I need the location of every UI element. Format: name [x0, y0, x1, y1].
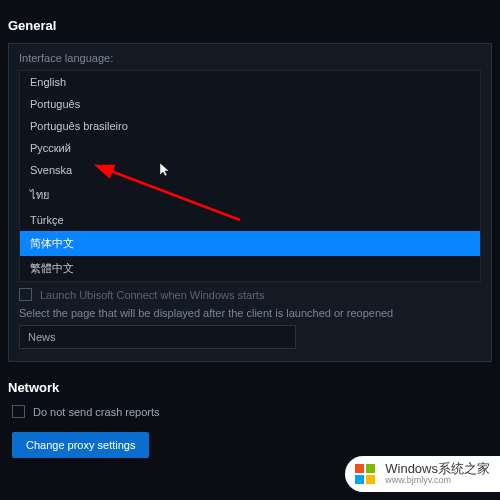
lang-option-portugues[interactable]: Português [20, 93, 480, 115]
lang-option-traditional-chinese[interactable]: 繁體中文 [20, 256, 480, 281]
lang-option-simplified-chinese[interactable]: 简体中文 [20, 231, 480, 256]
no-crash-label: Do not send crash reports [33, 406, 160, 418]
lang-option-russian[interactable]: Русский [20, 137, 480, 159]
no-crash-row[interactable]: Do not send crash reports [12, 405, 492, 418]
lang-option-portugues-br[interactable]: Português brasileiro [20, 115, 480, 137]
language-dropdown[interactable]: English Português Português brasileiro Р… [19, 70, 481, 282]
svg-rect-3 [355, 475, 364, 484]
change-proxy-button[interactable]: Change proxy settings [12, 432, 149, 458]
watermark-url: www.bjmlyv.com [385, 476, 490, 486]
lang-option-english[interactable]: English [20, 71, 480, 93]
start-page-select[interactable]: News [19, 325, 296, 349]
start-page-label: Select the page that will be displayed a… [19, 307, 481, 319]
section-title-general: General [8, 18, 492, 33]
lang-option-thai[interactable]: ไทย [20, 181, 480, 209]
watermark-title: Windows系统之家 [385, 462, 490, 476]
section-title-network: Network [8, 380, 492, 395]
checkbox-no-crash[interactable] [12, 405, 25, 418]
svg-rect-2 [366, 464, 375, 473]
language-label: Interface language: [19, 52, 481, 64]
network-panel: Do not send crash reports Change proxy s… [8, 405, 492, 458]
lang-option-svenska[interactable]: Svenska [20, 159, 480, 181]
windows-logo-icon [353, 462, 377, 486]
launch-on-start-label: Launch Ubisoft Connect when Windows star… [40, 289, 264, 301]
checkbox-launch-start[interactable] [19, 288, 32, 301]
watermark: Windows系统之家 www.bjmlyv.com [345, 456, 500, 492]
launch-on-start-row[interactable]: Launch Ubisoft Connect when Windows star… [19, 288, 481, 301]
general-panel: Interface language: English Português Po… [8, 43, 492, 362]
svg-rect-4 [366, 475, 375, 484]
lang-option-turkce[interactable]: Türkçe [20, 209, 480, 231]
svg-rect-1 [355, 464, 364, 473]
